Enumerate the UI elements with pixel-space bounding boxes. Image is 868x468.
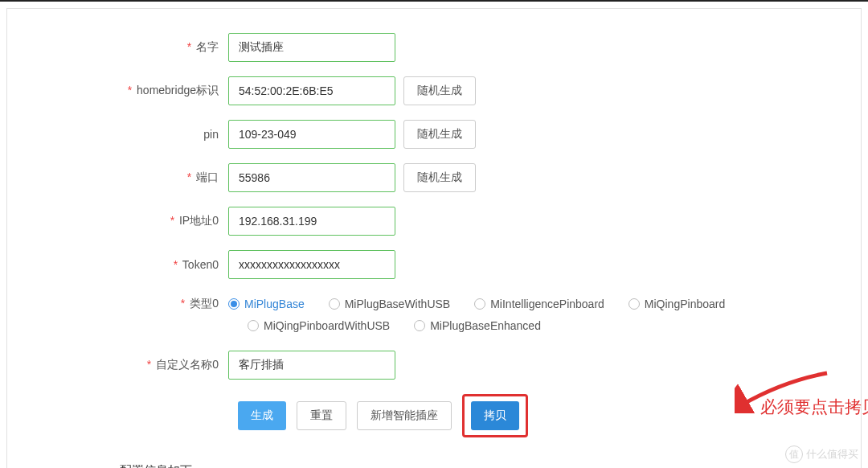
label-ip: * IP地址0 (23, 214, 228, 228)
copy-highlight-box: 拷贝 (462, 394, 528, 437)
row-homebridge-id: * homebridge标识 随机生成 (23, 76, 845, 105)
reset-button[interactable]: 重置 (297, 401, 346, 430)
generate-button[interactable]: 生成 (238, 401, 286, 430)
name-input[interactable] (228, 33, 395, 62)
radio-miplugbasewithusb[interactable]: MiPlugBaseWithUSB (329, 294, 451, 315)
radio-icon (474, 298, 485, 310)
radio-icon (228, 298, 240, 310)
pin-random-button[interactable]: 随机生成 (403, 120, 476, 149)
radio-label: MiPlugBaseWithUSB (345, 294, 451, 315)
radio-miqingpinboard[interactable]: MiQingPinboard (628, 294, 725, 315)
config-info: 配置信息如下: { (120, 462, 845, 468)
radio-label: MiQingPinboard (645, 294, 725, 315)
label-custom-name: * 自定义名称0 (23, 358, 228, 372)
radio-miintelligencepinboard[interactable]: MiIntelligencePinboard (474, 294, 604, 315)
radio-icon (414, 320, 425, 331)
row-pin: pin 随机生成 (23, 120, 845, 149)
radio-icon (329, 298, 340, 310)
radio-miplugbase[interactable]: MiPlugBase (228, 294, 305, 315)
config-form: * 名字 * homebridge标识 随机生成 pin 随机生成 * 端口 随… (6, 8, 862, 468)
token-input[interactable] (228, 250, 395, 279)
homebridge-id-random-button[interactable]: 随机生成 (403, 76, 476, 105)
homebridge-id-input[interactable] (228, 76, 395, 105)
watermark: 值 什么值得买 (785, 445, 858, 463)
copy-button[interactable]: 拷贝 (471, 401, 519, 430)
type-radio-group: MiPlugBase MiPlugBaseWithUSB MiIntellige… (228, 294, 791, 336)
row-token: * Token0 (23, 250, 845, 279)
radio-icon (248, 320, 259, 331)
custom-name-input[interactable] (228, 351, 395, 380)
ip-input[interactable] (228, 207, 395, 236)
port-random-button[interactable]: 随机生成 (403, 163, 476, 192)
radio-miqingpinboardwithusb[interactable]: MiQingPinboardWithUSB (248, 315, 390, 337)
action-row: 生成 重置 新增智能插座 拷贝 必须要点击拷贝复制配置文件 (238, 394, 845, 437)
label-port: * 端口 (23, 170, 228, 185)
label-token: * Token0 (23, 258, 228, 271)
pin-input[interactable] (228, 120, 395, 149)
watermark-icon: 值 (785, 445, 803, 463)
row-name: * 名字 (23, 33, 845, 62)
row-ip: * IP地址0 (23, 207, 845, 236)
radio-label: MiPlugBase (244, 294, 305, 315)
annotation-text: 必须要点击拷贝复制配置文件 (760, 396, 868, 418)
label-pin: pin (23, 128, 228, 141)
row-type: * 类型0 MiPlugBase MiPlugBaseWithUSB MiInt… (23, 294, 845, 336)
row-custom-name: * 自定义名称0 (23, 351, 845, 380)
port-input[interactable] (228, 163, 395, 192)
radio-label: MiIntelligencePinboard (490, 294, 604, 315)
watermark-text: 什么值得买 (806, 447, 858, 462)
radio-icon (628, 298, 640, 310)
label-name: * 名字 (23, 40, 228, 55)
radio-label: MiQingPinboardWithUSB (264, 315, 390, 337)
row-port: * 端口 随机生成 (23, 163, 845, 192)
radio-label: MiPlugBaseEnhanced (430, 315, 541, 337)
label-homebridge-id: * homebridge标识 (23, 84, 228, 98)
label-type: * 类型0 (23, 294, 228, 311)
add-plug-button[interactable]: 新增智能插座 (357, 401, 452, 430)
config-info-label: 配置信息如下: (120, 462, 845, 468)
radio-miplugbaseenhanced[interactable]: MiPlugBaseEnhanced (414, 315, 541, 337)
